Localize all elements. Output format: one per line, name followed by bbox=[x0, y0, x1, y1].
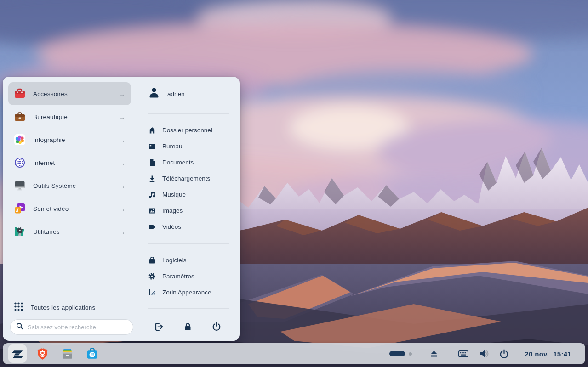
logout-button[interactable] bbox=[154, 322, 165, 332]
shortcuts-list: Logiciels Paramètres Zorin Appearan bbox=[148, 252, 229, 300]
submenu-arrow-icon: → bbox=[119, 205, 126, 213]
place-label: Téléchargements bbox=[162, 175, 210, 182]
shortcut-label: Logiciels bbox=[162, 257, 187, 264]
search-icon bbox=[16, 322, 23, 332]
place-label: Images bbox=[162, 207, 183, 214]
taskbar-apps bbox=[8, 344, 101, 363]
place-home[interactable]: Dossier personnel bbox=[148, 122, 229, 138]
power-icon[interactable] bbox=[211, 322, 222, 332]
place-label: Documents bbox=[162, 159, 194, 166]
shortcut-zorin-appearance[interactable]: Zorin Appearance bbox=[148, 284, 229, 300]
image-icon bbox=[148, 207, 156, 215]
volume-icon[interactable] bbox=[479, 348, 490, 359]
category-label: Accessoires bbox=[33, 90, 68, 97]
video-camera-icon bbox=[148, 223, 156, 231]
clock-date: 20 nov. bbox=[525, 350, 549, 358]
place-videos[interactable]: Vidéos bbox=[148, 219, 229, 235]
monitor-icon bbox=[13, 179, 27, 192]
briefcase-icon bbox=[13, 110, 27, 124]
battery-power-icon[interactable] bbox=[499, 349, 509, 359]
submenu-arrow-icon: → bbox=[119, 159, 126, 167]
shortcut-settings[interactable]: Paramètres bbox=[148, 268, 229, 284]
file-cabinet-icon bbox=[61, 347, 74, 361]
workspace-indicator[interactable] bbox=[389, 351, 412, 356]
divider bbox=[148, 113, 229, 114]
clock-time: 15:41 bbox=[553, 350, 571, 358]
submenu-arrow-icon: → bbox=[119, 136, 126, 144]
category-sound-video[interactable]: Son et vidéo → bbox=[8, 197, 131, 220]
place-label: Dossier personnel bbox=[162, 127, 212, 134]
category-label: Outils Système bbox=[33, 182, 76, 189]
search-field[interactable] bbox=[10, 319, 133, 335]
category-internet[interactable]: Internet → bbox=[8, 151, 131, 174]
zorin-logo-icon bbox=[11, 348, 24, 360]
session-buttons bbox=[136, 318, 240, 335]
lock-icon[interactable] bbox=[183, 322, 193, 332]
software-store-icon bbox=[86, 348, 98, 360]
category-accessories[interactable]: Accessoires → bbox=[8, 82, 131, 105]
place-pictures[interactable]: Images bbox=[148, 203, 229, 219]
graphics-pinwheel-icon bbox=[13, 133, 27, 147]
category-label: Bureautique bbox=[33, 113, 68, 120]
toolbox-icon bbox=[13, 87, 27, 101]
gear-icon bbox=[148, 272, 156, 280]
place-label: Vidéos bbox=[162, 223, 181, 230]
document-icon bbox=[148, 158, 156, 166]
search-input[interactable] bbox=[28, 324, 127, 331]
software-bag-icon bbox=[148, 256, 156, 264]
brave-icon bbox=[36, 348, 49, 360]
taskbar-status-area: 20 nov. 15:41 bbox=[389, 348, 580, 359]
user-avatar-icon bbox=[148, 87, 160, 101]
software-store-button[interactable] bbox=[83, 344, 101, 363]
eject-icon[interactable] bbox=[429, 349, 439, 358]
download-icon bbox=[148, 175, 156, 182]
place-label: Bureau bbox=[162, 143, 183, 150]
category-office[interactable]: Bureautique → bbox=[8, 105, 131, 128]
zorin-appearance-icon bbox=[148, 288, 156, 296]
category-label: Utilitaires bbox=[33, 228, 60, 235]
workspace-inactive-dot bbox=[409, 352, 412, 356]
all-applications-label: Toutes les applications bbox=[31, 304, 95, 311]
workspace-active-pill bbox=[389, 351, 405, 356]
place-downloads[interactable]: Téléchargements bbox=[148, 170, 229, 186]
globe-icon bbox=[13, 156, 27, 169]
divider bbox=[148, 308, 229, 309]
place-music[interactable]: Musique bbox=[148, 186, 229, 203]
user-name: adrien bbox=[167, 90, 185, 97]
shortcut-label: Zorin Appearance bbox=[162, 289, 211, 296]
category-system-tools[interactable]: Outils Système → bbox=[8, 174, 131, 197]
divider bbox=[148, 243, 229, 244]
category-column: Accessoires → Bureautique → bbox=[3, 77, 136, 341]
submenu-arrow-icon: → bbox=[119, 228, 126, 236]
zorin-menu-button[interactable] bbox=[8, 344, 27, 363]
place-documents[interactable]: Documents bbox=[148, 154, 229, 170]
category-graphics[interactable]: Infographie → bbox=[8, 128, 131, 151]
all-applications-button[interactable]: Toutes les applications bbox=[14, 302, 95, 313]
category-utilities[interactable]: Utilitaires → bbox=[8, 220, 131, 243]
file-manager-button[interactable] bbox=[58, 344, 76, 363]
utility-gear-icon bbox=[13, 225, 27, 238]
places-column: adrien Dossier personnel Bureau Docum bbox=[136, 77, 240, 341]
place-desktop[interactable]: Bureau bbox=[148, 138, 229, 154]
home-icon bbox=[148, 126, 156, 134]
shortcut-software[interactable]: Logiciels bbox=[148, 252, 229, 268]
category-label: Infographie bbox=[33, 136, 65, 143]
keyboard-icon[interactable] bbox=[458, 348, 469, 359]
clock[interactable]: 20 nov. 15:41 bbox=[525, 350, 571, 358]
brave-browser-button[interactable] bbox=[33, 344, 51, 363]
music-note-icon bbox=[148, 191, 156, 198]
desktop-icon bbox=[148, 142, 156, 150]
apps-grid-icon bbox=[14, 302, 23, 313]
category-label: Son et vidéo bbox=[33, 205, 69, 212]
submenu-arrow-icon: → bbox=[119, 113, 126, 121]
places-list: Dossier personnel Bureau Documents Téléc… bbox=[148, 122, 229, 235]
user-row[interactable]: adrien bbox=[148, 84, 229, 104]
submenu-arrow-icon: → bbox=[119, 182, 126, 190]
place-label: Musique bbox=[162, 191, 186, 198]
media-icon bbox=[13, 202, 27, 215]
submenu-arrow-icon: → bbox=[119, 90, 126, 98]
category-label: Internet bbox=[33, 159, 55, 166]
taskbar: 20 nov. 15:41 bbox=[3, 343, 585, 364]
app-menu-panel: Accessoires → Bureautique → bbox=[3, 77, 240, 341]
shortcut-label: Paramètres bbox=[162, 273, 194, 280]
